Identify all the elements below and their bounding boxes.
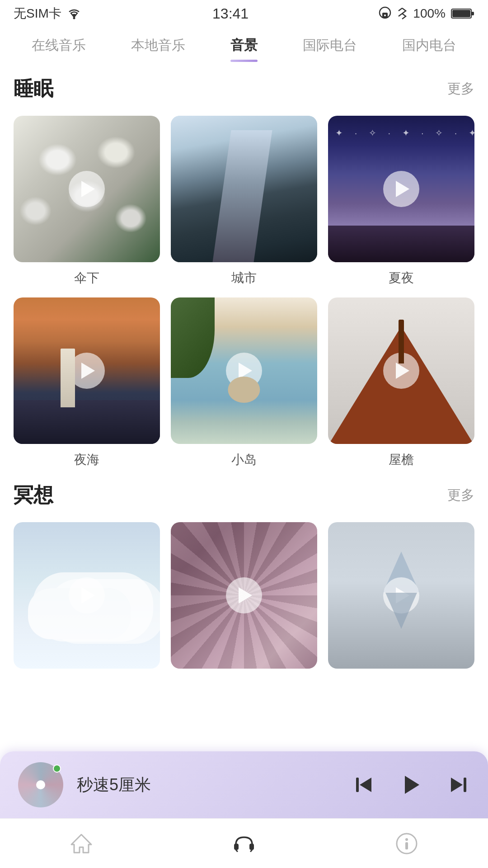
- home-icon: [70, 832, 93, 855]
- wifi-icon: [66, 7, 82, 20]
- play-icon: [81, 363, 95, 379]
- svg-rect-8: [356, 778, 359, 792]
- nav-music[interactable]: [163, 831, 325, 856]
- tab-bar: 在线音乐 本地音乐 音景 国际电台 国内电台: [0, 27, 488, 62]
- meditation-grid: [14, 522, 474, 676]
- eave-thumb[interactable]: [328, 297, 474, 444]
- city-thumb[interactable]: [171, 116, 317, 262]
- play-icon: [239, 181, 252, 197]
- night-thumb[interactable]: [328, 116, 474, 262]
- night-sea-play-button[interactable]: [69, 353, 105, 389]
- bottom-nav: [0, 818, 488, 868]
- svg-marker-9: [405, 776, 419, 794]
- list-item: [171, 522, 317, 676]
- play-icon: [81, 181, 95, 197]
- sleep-more-button[interactable]: 更多: [447, 80, 474, 98]
- meditation-section-header: 冥想 更多: [14, 482, 474, 509]
- play-icon: [239, 363, 252, 379]
- night-play-button[interactable]: [383, 171, 419, 207]
- bluetooth-icon: [397, 6, 408, 21]
- play-icon: [81, 587, 95, 604]
- clouds-play-button[interactable]: [69, 577, 105, 613]
- sleep-grid: 伞下 城市 夏夜: [14, 116, 474, 468]
- tab-soundscape[interactable]: 音景: [226, 36, 262, 62]
- list-item: 小岛: [171, 297, 317, 468]
- eave-label: 屋檐: [389, 451, 414, 468]
- list-item: 城市: [171, 116, 317, 287]
- sleep-title: 睡眠: [14, 75, 53, 102]
- play-icon: [399, 772, 424, 797]
- lock-icon: [379, 6, 391, 21]
- play-icon: [396, 181, 409, 197]
- svg-rect-21: [405, 842, 408, 849]
- content-area: 睡眠 更多 伞下 城市: [0, 62, 488, 676]
- play-icon: [239, 587, 252, 604]
- status-icons: 100%: [379, 6, 474, 21]
- list-item: [14, 522, 160, 676]
- next-icon: [446, 773, 470, 797]
- meditation-title: 冥想: [14, 482, 53, 509]
- tab-intl-radio[interactable]: 国际电台: [298, 36, 361, 62]
- island-play-button[interactable]: [226, 353, 262, 389]
- playback-controls: [352, 772, 470, 797]
- umbrella-thumb[interactable]: [14, 116, 160, 262]
- play-icon: [396, 363, 409, 379]
- svg-rect-5: [452, 10, 470, 17]
- now-playing-album-art[interactable]: [18, 762, 63, 807]
- previous-button[interactable]: [352, 773, 376, 797]
- tab-cn-radio[interactable]: 国内电台: [398, 36, 461, 62]
- meditation-more-button[interactable]: 更多: [447, 486, 474, 505]
- play-button[interactable]: [399, 772, 424, 797]
- svg-point-20: [405, 838, 408, 841]
- list-item: [328, 522, 474, 676]
- island-label: 小岛: [231, 451, 257, 468]
- info-icon: [395, 832, 418, 855]
- status-signal: 无SIM卡: [14, 5, 82, 22]
- status-bar: 无SIM卡 13:41 100%: [0, 0, 488, 27]
- list-item: 伞下: [14, 116, 160, 287]
- list-item: 屋檐: [328, 297, 474, 468]
- sleep-section-header: 睡眠 更多: [14, 75, 474, 102]
- night-sea-label: 夜海: [74, 451, 99, 468]
- city-play-button[interactable]: [226, 171, 262, 207]
- svg-rect-6: [471, 12, 474, 15]
- play-icon: [396, 587, 409, 604]
- now-playing-bar: 秒速5厘米: [0, 751, 488, 818]
- city-label: 城市: [231, 269, 257, 287]
- svg-marker-10: [451, 778, 463, 792]
- clouds-thumb[interactable]: [14, 522, 160, 669]
- playing-indicator: [53, 764, 61, 773]
- night-label: 夏夜: [389, 269, 414, 287]
- swirl-thumb[interactable]: [171, 522, 317, 669]
- headphones-icon: [231, 831, 257, 856]
- svg-point-0: [73, 17, 75, 19]
- svg-line-18: [250, 850, 252, 852]
- svg-marker-7: [360, 778, 371, 792]
- next-button[interactable]: [446, 773, 470, 797]
- crystal-thumb[interactable]: [328, 522, 474, 669]
- svg-point-3: [384, 14, 386, 16]
- nav-info[interactable]: [325, 832, 488, 855]
- list-item: 夜海: [14, 297, 160, 468]
- night-sea-thumb[interactable]: [14, 297, 160, 444]
- battery-text: 100%: [413, 6, 446, 21]
- sim-text: 无SIM卡: [14, 5, 61, 22]
- eave-play-button[interactable]: [383, 353, 419, 389]
- crystal-play-button[interactable]: [383, 577, 419, 613]
- tab-local-music[interactable]: 本地音乐: [127, 36, 190, 62]
- umbrella-label: 伞下: [74, 269, 99, 287]
- svg-line-17: [236, 850, 238, 852]
- status-time: 13:41: [212, 5, 249, 22]
- battery-icon: [451, 7, 474, 20]
- umbrella-play-button[interactable]: [69, 171, 105, 207]
- island-thumb[interactable]: [171, 297, 317, 444]
- now-playing-title: 秒速5厘米: [77, 774, 339, 796]
- swirl-play-button[interactable]: [226, 577, 262, 613]
- svg-marker-12: [71, 835, 91, 853]
- previous-icon: [352, 773, 376, 797]
- svg-rect-11: [464, 778, 466, 792]
- nav-home[interactable]: [0, 832, 163, 855]
- tab-online-music[interactable]: 在线音乐: [27, 36, 90, 62]
- list-item: 夏夜: [328, 116, 474, 287]
